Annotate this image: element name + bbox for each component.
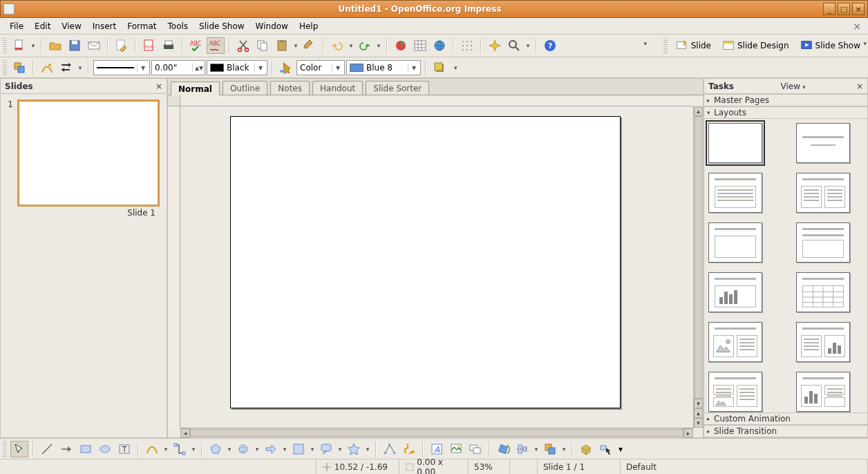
scroll-track[interactable] xyxy=(694,116,703,399)
symbol-shapes-dropdown[interactable]: ▾ xyxy=(254,441,261,457)
curve-dropdown[interactable]: ▾ xyxy=(162,441,169,457)
extrusion-tool[interactable] xyxy=(577,441,595,457)
maximize-button[interactable]: □ xyxy=(838,3,850,15)
line-style-combo[interactable]: ▾ xyxy=(93,60,150,75)
symbol-shapes-tool[interactable] xyxy=(234,441,252,457)
presentation-toolbar-overflow[interactable]: ▾ xyxy=(863,40,867,47)
slide-canvas[interactable] xyxy=(230,116,621,408)
undo-dropdown[interactable]: ▾ xyxy=(348,37,355,54)
toolbar-overflow[interactable]: ▾ xyxy=(454,64,457,71)
connector-tool[interactable] xyxy=(171,441,189,457)
scroll-down-button[interactable]: ▾ xyxy=(694,399,703,408)
fill-color-combo[interactable]: Blue 8 ▾ xyxy=(346,60,421,75)
interaction-tool[interactable] xyxy=(596,441,614,457)
section-layouts[interactable]: Layouts xyxy=(704,106,867,119)
status-zoom[interactable]: 53% xyxy=(469,459,510,474)
scroll-track[interactable] xyxy=(190,428,683,437)
layout-title-object[interactable] xyxy=(796,222,850,263)
scroll-thumb[interactable] xyxy=(695,116,702,399)
arrow-tool[interactable] xyxy=(57,441,75,457)
menu-view[interactable]: View xyxy=(56,19,86,33)
new-dropdown[interactable]: ▾ xyxy=(30,37,37,54)
section-slide-transition[interactable]: Slide Transition xyxy=(704,425,867,437)
tasks-view-menu[interactable]: View xyxy=(781,82,806,91)
rectangle-tool[interactable] xyxy=(77,441,95,457)
scroll-left-button[interactable]: ◂ xyxy=(180,428,190,437)
alignment-dropdown[interactable]: ▾ xyxy=(533,441,540,457)
close-document-button[interactable]: × xyxy=(850,21,864,32)
copy-button[interactable] xyxy=(254,37,272,54)
from-file-tool[interactable] xyxy=(447,441,465,457)
new-button[interactable] xyxy=(10,37,28,54)
arrow-style-dropdown[interactable]: ▾ xyxy=(77,59,84,76)
scroll-right-button[interactable]: ▸ xyxy=(683,428,693,437)
layout-title-table[interactable] xyxy=(796,272,850,312)
paste-dropdown[interactable]: ▾ xyxy=(292,37,299,54)
line-style-button[interactable] xyxy=(38,59,56,76)
section-custom-animation[interactable]: Custom Animation xyxy=(704,413,867,425)
autospellcheck-button[interactable]: ABC xyxy=(207,37,225,54)
gallery-tool[interactable] xyxy=(466,441,484,457)
menu-tools[interactable]: Tools xyxy=(162,19,194,33)
cut-button[interactable] xyxy=(234,37,252,54)
menu-window[interactable]: Window xyxy=(250,19,294,33)
tab-handout[interactable]: Handout xyxy=(312,81,363,95)
help-button[interactable]: ? xyxy=(541,37,559,54)
fontwork-tool[interactable]: A xyxy=(428,441,446,457)
paste-button[interactable] xyxy=(273,37,291,54)
toolbar-grip[interactable] xyxy=(663,38,668,53)
layout-title-content[interactable] xyxy=(708,173,762,213)
line-color-combo[interactable]: Black ▾ xyxy=(207,60,267,75)
redo-dropdown[interactable]: ▾ xyxy=(375,37,382,54)
edit-file-button[interactable] xyxy=(113,37,131,54)
scroll-thumb[interactable] xyxy=(190,429,683,437)
section-master-pages[interactable]: Master Pages xyxy=(704,94,867,106)
tab-notes[interactable]: Notes xyxy=(270,81,310,95)
undo-button[interactable] xyxy=(328,37,346,54)
navigator-button[interactable] xyxy=(486,37,504,54)
email-button[interactable] xyxy=(85,37,103,54)
gluepoints-tool[interactable] xyxy=(400,441,418,457)
grid-button[interactable] xyxy=(458,37,476,54)
print-button[interactable] xyxy=(160,37,178,54)
slides-panel-body[interactable]: 1 Slide 1 xyxy=(1,94,167,437)
callout-tool[interactable] xyxy=(317,441,335,457)
status-slide-count[interactable]: Slide 1 / 1 xyxy=(538,459,621,474)
stars-dropdown[interactable]: ▾ xyxy=(364,441,371,457)
menu-help[interactable]: Help xyxy=(294,19,323,33)
open-button[interactable] xyxy=(46,37,64,54)
menu-insert[interactable]: Insert xyxy=(87,19,122,33)
minimize-button[interactable]: _ xyxy=(823,3,836,15)
layout-title-chart[interactable] xyxy=(708,272,762,312)
horizontal-scrollbar[interactable]: ◂ ▸ xyxy=(180,428,693,437)
spellcheck-button[interactable]: ABC xyxy=(187,37,205,54)
horizontal-ruler[interactable] xyxy=(180,95,693,106)
tab-slide-sorter[interactable]: Slide Sorter xyxy=(366,81,429,95)
fill-mode-combo[interactable]: Color ▾ xyxy=(296,60,345,75)
layout-title-content-clipart[interactable] xyxy=(708,372,762,412)
menu-slideshow[interactable]: Slide Show xyxy=(194,19,249,33)
tab-outline[interactable]: Outline xyxy=(223,81,267,95)
line-width-combo[interactable]: 0.00" ▴▾ xyxy=(151,60,205,75)
basic-shapes-tool[interactable] xyxy=(207,441,225,457)
layout-title-two-content[interactable] xyxy=(796,173,850,213)
close-slides-panel-button[interactable]: × xyxy=(155,82,162,91)
select-tool[interactable] xyxy=(10,441,28,457)
export-pdf-button[interactable]: PDF xyxy=(140,37,158,54)
slide-thumbnail[interactable] xyxy=(17,99,160,207)
layout-blank[interactable] xyxy=(708,123,762,163)
layout-title-only[interactable] xyxy=(708,222,762,263)
slide-show-button[interactable]: Slide Show xyxy=(795,37,865,55)
layout-title-chart-content[interactable] xyxy=(796,372,850,412)
layout-title-content-chart[interactable] xyxy=(796,322,850,362)
spreadsheet-button[interactable] xyxy=(411,37,429,54)
hyperlink-button[interactable] xyxy=(431,37,449,54)
shadow-button[interactable] xyxy=(431,59,449,76)
layout-title[interactable] xyxy=(796,123,850,163)
stars-tool[interactable] xyxy=(345,441,363,457)
menu-format[interactable]: Format xyxy=(122,19,162,33)
toolbar-grip[interactable] xyxy=(3,38,7,53)
tab-normal[interactable]: Normal xyxy=(171,82,220,95)
basic-shapes-dropdown[interactable]: ▾ xyxy=(226,441,233,457)
status-template[interactable]: Default xyxy=(621,459,868,474)
